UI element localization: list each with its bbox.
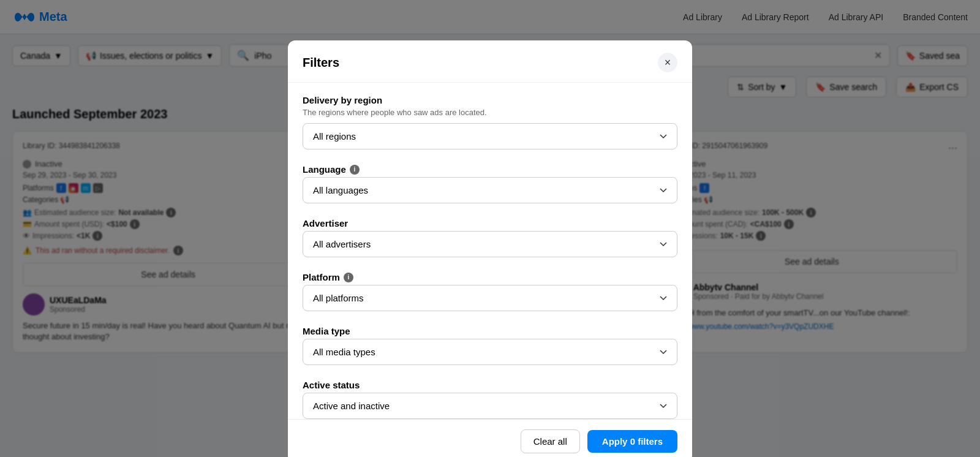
modal-title: Filters	[303, 56, 339, 70]
modal-header: Filters ×	[288, 40, 692, 83]
advertiser-select[interactable]: All advertisers	[303, 231, 677, 257]
filter-advertiser-label: Advertiser	[303, 218, 677, 228]
delivery-region-select[interactable]: All regions	[303, 123, 677, 149]
language-info-icon[interactable]: i	[350, 165, 360, 175]
filter-delivery-label: Delivery by region	[303, 95, 677, 105]
modal-overlay[interactable]: Filters × Delivery by region The regions…	[0, 0, 980, 363]
modal-body: Delivery by region The regions where peo…	[288, 83, 692, 363]
filters-modal: Filters × Delivery by region The regions…	[288, 40, 692, 363]
filter-language: Language i All languages	[303, 164, 677, 203]
filter-language-label: Language i	[303, 164, 677, 175]
platform-select[interactable]: All platforms	[303, 285, 677, 311]
filter-platform-label: Platform i	[303, 272, 677, 282]
filter-media-type-label: Media type	[303, 326, 677, 336]
filter-platform: Platform i All platforms	[303, 272, 677, 311]
filter-delivery-sublabel: The regions where people who saw ads are…	[303, 108, 677, 117]
modal-close-button[interactable]: ×	[658, 53, 677, 72]
platform-info-icon[interactable]: i	[344, 273, 353, 282]
filter-advertiser: Advertiser All advertisers	[303, 218, 677, 257]
media-type-select[interactable]: All media types	[303, 339, 677, 363]
filter-media-type: Media type All media types	[303, 326, 677, 363]
filter-delivery-by-region: Delivery by region The regions where peo…	[303, 95, 677, 149]
language-select[interactable]: All languages	[303, 177, 677, 203]
